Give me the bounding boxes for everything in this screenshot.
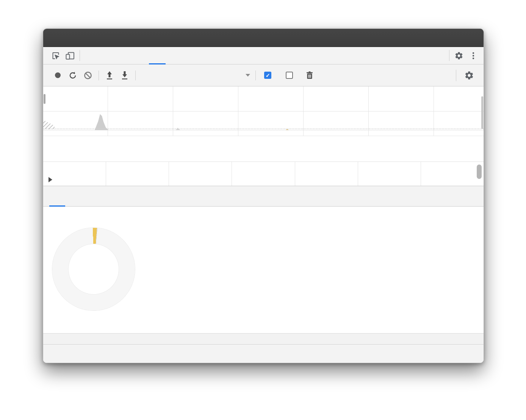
gear-icon <box>454 51 463 60</box>
settings-button[interactable] <box>452 47 466 64</box>
idle-swatch <box>224 277 232 285</box>
divider <box>135 71 136 80</box>
block-icon <box>83 71 92 80</box>
tab-summary[interactable] <box>49 186 65 206</box>
devtools-window: ✓ <box>43 28 484 363</box>
profile-select[interactable] <box>139 74 252 77</box>
close-window-button[interactable] <box>52 35 58 41</box>
divider <box>80 50 80 61</box>
toggle-device-toolbar-button[interactable] <box>63 47 77 64</box>
more-tabs-button[interactable] <box>166 47 176 64</box>
legend-row-idle <box>172 272 237 291</box>
disclosure-triangle-icon <box>49 177 52 182</box>
lane-divider <box>43 130 484 130</box>
capture-settings-button[interactable] <box>462 69 477 82</box>
memory-checkbox[interactable] <box>286 72 293 79</box>
timeline-overview[interactable] <box>43 86 484 136</box>
legend-row-total <box>172 291 237 310</box>
legend-row-scripting <box>172 234 237 253</box>
save-profile-button[interactable] <box>117 69 132 82</box>
chevron-down-icon <box>246 74 250 77</box>
system-swatch <box>224 259 232 266</box>
inspect-element-button[interactable] <box>49 47 63 64</box>
tab-bottom-up[interactable] <box>65 186 81 206</box>
scripting-swatch <box>224 240 232 248</box>
summary-panel <box>43 207 484 333</box>
overview-left-scrollbar[interactable] <box>44 94 45 104</box>
trash-icon <box>305 71 314 80</box>
screenshots-checkbox[interactable]: ✓ <box>264 72 271 79</box>
tab-elements[interactable] <box>82 47 99 64</box>
device-toolbar-icon <box>65 51 75 60</box>
performance-toolbar: ✓ <box>43 64 484 86</box>
tab-performance[interactable] <box>149 47 166 64</box>
divider <box>449 50 449 61</box>
divider <box>255 71 256 80</box>
download-arrow-icon <box>120 71 129 80</box>
status-bar <box>43 345 484 363</box>
frames-scrollbar-thumb[interactable] <box>477 165 482 179</box>
traffic-lights <box>52 35 77 41</box>
legend-row-system <box>172 253 237 272</box>
summary-donut-chart[interactable] <box>52 228 135 310</box>
load-profile-button[interactable] <box>102 69 117 82</box>
cpu-baseline-dots <box>43 129 484 129</box>
divider <box>456 70 456 81</box>
range-label <box>43 207 484 214</box>
overview-right-scrollbar[interactable] <box>481 96 483 129</box>
tab-console[interactable] <box>99 47 116 64</box>
frames-ruler[interactable] <box>43 161 484 186</box>
window-titlebar[interactable] <box>43 29 484 47</box>
gear-icon <box>464 71 474 80</box>
divider <box>99 71 99 80</box>
clear-recording-button[interactable] <box>80 69 95 82</box>
tab-network[interactable] <box>132 47 149 64</box>
record-button[interactable] <box>50 69 65 82</box>
screenshot-filmstrip <box>43 136 484 161</box>
tab-call-tree[interactable] <box>81 186 97 206</box>
tab-event-log[interactable] <box>97 186 113 206</box>
empty-status-strip <box>43 333 484 345</box>
kebab-menu-icon <box>469 51 478 60</box>
customize-devtools-button[interactable] <box>466 47 481 64</box>
garbage-collect-button[interactable] <box>302 69 317 82</box>
screenshots-toggle[interactable]: ✓ <box>259 72 280 79</box>
cpu-activity-curve <box>43 111 484 130</box>
devtools-tab-bar <box>43 47 484 64</box>
summary-legend <box>172 234 237 310</box>
memory-toggle[interactable] <box>280 72 302 79</box>
upload-arrow-icon <box>105 71 114 80</box>
zoom-window-button[interactable] <box>70 35 77 41</box>
record-icon <box>55 72 61 78</box>
reload-icon <box>68 71 77 80</box>
reload-and-record-button[interactable] <box>65 69 80 82</box>
detail-tab-bar <box>43 186 484 207</box>
donut-hole <box>69 244 119 294</box>
tab-sources[interactable] <box>116 47 132 64</box>
frames-section-toggle[interactable] <box>49 177 56 182</box>
inspect-cursor-icon <box>51 51 60 60</box>
minimize-window-button[interactable] <box>61 35 67 41</box>
